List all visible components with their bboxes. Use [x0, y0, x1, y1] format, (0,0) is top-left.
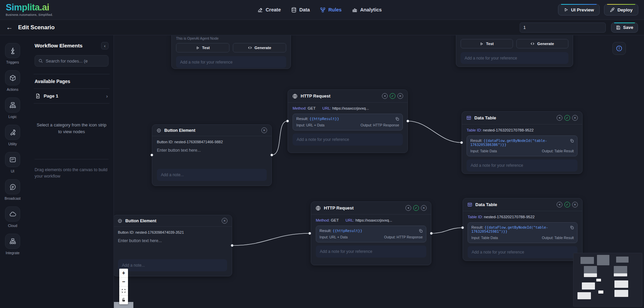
fit-view-button[interactable] [119, 286, 128, 296]
copy-icon[interactable] [570, 225, 574, 230]
collapse-panel-button[interactable]: ‹ [101, 42, 109, 49]
node-note-input[interactable]: Add a note for your reference [461, 52, 568, 64]
nav-item-data[interactable]: Data [291, 7, 310, 13]
scenario-number-input[interactable] [520, 23, 606, 33]
button-text-input[interactable]: Enter button text here... [157, 148, 267, 153]
category-label: Cloud [8, 224, 17, 228]
connection-handle[interactable] [308, 232, 311, 235]
button-text-input[interactable]: Enter button text here... [118, 238, 227, 243]
back-button[interactable]: ← [6, 24, 13, 31]
copy-icon[interactable] [395, 117, 399, 121]
minimap[interactable] [573, 253, 642, 307]
test-label: Test [202, 46, 210, 50]
connection-handle[interactable] [151, 154, 153, 156]
node-note-input[interactable]: Add a note for your reference [467, 159, 577, 171]
sidebar-category-integrate[interactable]: Integrate [5, 234, 20, 255]
minimap-node-rect [616, 257, 629, 263]
generate-button[interactable]: Generate [516, 39, 569, 48]
table-id-value: nested-1763202170788-9522 [484, 215, 535, 219]
minimap-node-rect [582, 282, 595, 290]
button-element-node-1[interactable]: Button Element ✕ Button ID: nested-17630… [152, 124, 272, 186]
node-note-input[interactable]: Add a note... [157, 169, 267, 181]
sidebar-category-actions[interactable]: Actions [5, 70, 20, 91]
minimap-node-rect [614, 290, 628, 297]
http-request-node-1[interactable]: HTTP Request ✓ ✕ Method: GET URL: https:… [288, 89, 408, 153]
cube-icon [9, 74, 16, 82]
copy-icon[interactable] [419, 229, 423, 233]
run-node-icon[interactable] [405, 205, 411, 211]
connection-handle[interactable] [406, 120, 409, 122]
close-node-icon[interactable]: ✕ [222, 218, 227, 224]
nav-item-create[interactable]: Create [257, 7, 281, 13]
validate-check-icon[interactable]: ✓ [390, 93, 395, 99]
nav-item-rules[interactable]: Rules [320, 7, 342, 13]
sidebar-category-triggers[interactable]: Triggers [5, 43, 20, 64]
agent-node-partial-2[interactable]: Test Generate Add a note for your refere… [456, 35, 573, 67]
http-request-node-2[interactable]: HTTP Request ✓ ✕ Method: GET URL: https:… [311, 201, 431, 265]
close-node-icon[interactable]: ✕ [572, 202, 578, 207]
nav-item-analytics[interactable]: Analytics [352, 7, 382, 13]
canvas-zoom-controls: + − [119, 269, 128, 304]
validate-check-icon[interactable]: ✓ [413, 205, 419, 211]
node-note-input[interactable]: Add a note... [118, 259, 227, 271]
info-button[interactable] [612, 42, 626, 55]
validate-check-icon[interactable]: ✓ [564, 115, 570, 121]
result-label: Result: [470, 139, 482, 143]
result-box: Result: {{httpResult}} Input: URL + Data… [293, 114, 403, 130]
connection-handle[interactable] [270, 154, 273, 156]
run-node-icon[interactable] [382, 93, 388, 99]
close-node-icon[interactable]: ✕ [421, 205, 427, 211]
sidebar-category-logic[interactable]: Logic [5, 98, 20, 119]
connection-handle[interactable] [286, 120, 289, 122]
openai-agent-node-partial[interactable]: This is OpenAI Agent Node Test Generate … [171, 35, 291, 69]
page-list-item[interactable]: Page 1 › [35, 89, 109, 103]
node-title: HTTP Request [301, 93, 331, 99]
run-node-icon[interactable] [557, 202, 562, 207]
test-button[interactable]: Test [176, 43, 229, 52]
available-pages-heading: Available Pages [35, 74, 109, 88]
node-note-input[interactable]: Add a note for your reference [176, 56, 286, 68]
connection-handle[interactable] [461, 226, 464, 229]
node-note-input[interactable]: Add a note for your reference [293, 133, 403, 146]
data-table-node-1[interactable]: Data Table ✓ ✕ Table ID: nested-17632021… [462, 111, 583, 174]
workflow-canvas[interactable]: This is OpenAI Agent Node Test Generate … [114, 35, 644, 308]
editor-bar-right: Save [520, 23, 638, 33]
close-node-icon[interactable]: ✕ [572, 115, 578, 121]
zoom-out-button[interactable]: − [119, 278, 128, 287]
node-note-input[interactable]: Add a note for your reference [468, 246, 577, 258]
validate-check-icon[interactable]: ✓ [564, 202, 570, 207]
cloud-icon [9, 210, 16, 218]
connection-handle[interactable] [460, 141, 463, 144]
save-button[interactable]: Save [611, 23, 638, 33]
sidebar-category-cloud[interactable]: Cloud [5, 206, 20, 228]
generate-button[interactable]: Generate [233, 43, 286, 52]
copy-icon[interactable] [570, 139, 574, 143]
button-element-node-2[interactable]: Button Element ✕ Button ID: nested-17630… [114, 215, 232, 276]
close-node-icon[interactable]: ✕ [397, 93, 403, 99]
data-table-node-2[interactable]: Data Table ✓ ✕ Table ID: nested-17632021… [463, 198, 583, 261]
table-grid-icon [467, 202, 472, 207]
ui-preview-button[interactable]: UI Preview [558, 4, 600, 15]
sidebar-category-ui[interactable]: UI [5, 152, 20, 173]
brand-logo[interactable]: Simplita.ai Business Automations, Simpli… [6, 3, 53, 16]
connection-handle[interactable] [231, 244, 233, 247]
zoom-in-button[interactable]: + [119, 269, 128, 278]
node-search[interactable] [35, 55, 109, 67]
button-id-text: Button ID: nested-1763098471466-9882 [157, 140, 267, 144]
nav-label: Rules [328, 7, 342, 12]
node-title: HTTP Request [324, 205, 354, 210]
sidebar-category-utility[interactable]: Utility [5, 125, 20, 146]
panel-title: Workflow Elements [35, 43, 83, 49]
lock-toggle-button[interactable] [119, 296, 128, 305]
result-label: Result: [319, 229, 332, 233]
minimap-node-rect [577, 292, 591, 299]
close-node-icon[interactable]: ✕ [261, 127, 267, 133]
result-box: Result: {{httpResult}} Input: URL + Data… [316, 226, 426, 242]
connection-handle[interactable] [430, 232, 433, 235]
sidebar-category-broadcast[interactable]: Broadcast [5, 179, 20, 200]
search-input[interactable] [46, 59, 105, 64]
node-note-input[interactable]: Add a note for your reference [316, 245, 426, 258]
run-node-icon[interactable] [557, 115, 562, 121]
deploy-button[interactable]: Deploy [604, 4, 638, 15]
test-button[interactable]: Test [461, 39, 513, 48]
